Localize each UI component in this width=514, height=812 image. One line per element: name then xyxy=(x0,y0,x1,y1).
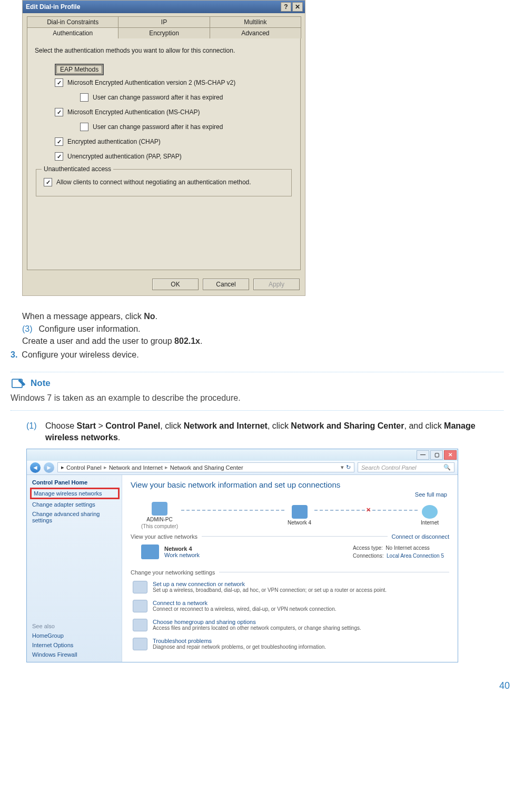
check-label: Unencrypted authentication (PAP, SPAP) xyxy=(67,153,182,160)
tab-ip[interactable]: IP xyxy=(118,16,210,27)
dialog-tabs: Dial-in Constraints IP Multilink Authent… xyxy=(23,13,305,38)
main-heading: View your basic network information and … xyxy=(131,480,449,489)
step-1: (1) Choose Start > Control Panel, click … xyxy=(26,420,503,443)
back-icon[interactable]: ◄ xyxy=(30,462,41,473)
checkbox-icon[interactable]: ✓ xyxy=(55,108,63,116)
checkbox-icon[interactable]: ✓ xyxy=(55,137,63,146)
check-mschapv2[interactable]: ✓ Microsoft Encrypted Authentication ver… xyxy=(33,75,295,90)
sidebar-homegroup[interactable]: HomeGroup xyxy=(32,632,117,639)
dialog-lead-text: Select the authentication methods you wa… xyxy=(33,44,295,64)
instr-create-user: Create a user and add the user to group … xyxy=(22,335,503,347)
item-troubleshoot[interactable]: Troubleshoot problemsDiagnose and repair… xyxy=(131,635,449,653)
close-icon[interactable]: ✕ xyxy=(444,450,457,460)
checkbox-icon[interactable]: ✓ xyxy=(80,93,88,102)
sidebar-adapter[interactable]: Change adapter settings xyxy=(32,501,117,508)
network-type-link[interactable]: Work network xyxy=(164,552,200,558)
note-label: Note xyxy=(31,378,51,389)
note-heading: Note xyxy=(12,378,503,389)
step-num: (1) xyxy=(26,420,45,443)
address-bar: ◄ ► ▸ Control Panel▸ Network and Interne… xyxy=(27,461,458,475)
breadcrumb[interactable]: ▸ Control Panel▸ Network and Internet▸ N… xyxy=(57,462,354,472)
network-map: ADMIN-PC (This computer) Network 4 ✕ Int… xyxy=(141,502,439,529)
check-chap[interactable]: ✓ Encrypted authentication (CHAP) xyxy=(33,134,295,149)
help-icon[interactable]: ? xyxy=(281,2,291,12)
connection-link[interactable]: Local Area Connection 5 xyxy=(387,553,444,559)
refresh-icon[interactable]: ↻ xyxy=(346,464,351,471)
troubleshoot-icon xyxy=(133,638,147,650)
item-connect-network[interactable]: Connect to a networkConnect or reconnect… xyxy=(131,597,449,616)
instr-p3: (3)Configure user information. xyxy=(22,323,503,335)
network-sharing-center-window: — ▢ ✕ ◄ ► ▸ Control Panel▸ Network and I… xyxy=(26,449,458,662)
dialog-body: Select the authentication methods you wa… xyxy=(27,38,301,270)
sidebar-home[interactable]: Control Panel Home xyxy=(32,479,117,486)
item-new-connection[interactable]: Set up a new connection or networkSet up… xyxy=(131,578,449,597)
apply-button[interactable]: Apply xyxy=(253,279,300,290)
minimize-icon[interactable]: — xyxy=(417,450,429,460)
maximize-icon[interactable]: ▢ xyxy=(430,450,443,460)
note-block: Note Windows 7 is taken as an example to… xyxy=(11,372,503,411)
check-pap-spap[interactable]: ✓ Unencrypted authentication (PAP, SPAP) xyxy=(33,149,295,164)
instr-click-no: When a message appears, click No. xyxy=(22,311,503,322)
active-network-row: Network 4 Work network Access type: No I… xyxy=(131,542,449,565)
tab-advanced[interactable]: Advanced xyxy=(210,27,301,38)
sidebar-manage-wireless[interactable]: Manage wireless networks xyxy=(34,490,116,497)
see-full-map-link[interactable]: See full map xyxy=(131,491,447,498)
sidebar: Control Panel Home Manage wireless netwo… xyxy=(27,475,122,662)
disconnected-x-icon: ✕ xyxy=(366,507,371,513)
close-icon[interactable]: ✕ xyxy=(292,2,303,12)
dialog-titlebar: Edit Dial-in Profile ? ✕ xyxy=(23,1,305,13)
search-input[interactable]: Search Control Panel 🔍 xyxy=(358,462,454,472)
tab-encryption[interactable]: Encryption xyxy=(118,27,210,38)
page-number: 40 xyxy=(0,673,514,695)
check-mschap[interactable]: ✓ Microsoft Encrypted Authentication (MS… xyxy=(33,105,295,120)
settings-list: Set up a new connection or networkSet up… xyxy=(131,578,449,653)
check-label: Allow clients to connect without negotia… xyxy=(56,179,251,186)
connect-icon xyxy=(133,600,147,612)
tab-dialin-constraints[interactable]: Dial-in Constraints xyxy=(27,16,118,27)
item-homegroup[interactable]: Choose homegroup and sharing optionsAcce… xyxy=(131,616,449,635)
dialog-title: Edit Dial-in Profile xyxy=(26,3,80,11)
eap-methods-button[interactable]: EAP Methods xyxy=(55,64,104,75)
change-settings-heading: Change your networking settings xyxy=(131,569,449,576)
globe-icon xyxy=(422,505,438,519)
node-this-pc: ADMIN-PC (This computer) xyxy=(141,502,178,529)
note-pencil-icon xyxy=(12,378,26,389)
node-network: Network 4 xyxy=(288,505,311,526)
check-label: User can change password after it has ex… xyxy=(93,94,223,101)
window-controls: — ▢ ✕ xyxy=(27,449,458,461)
checkbox-icon[interactable]: ✓ xyxy=(55,152,63,161)
step-3: 3.Configure your wireless device. xyxy=(11,349,503,361)
wizard-icon xyxy=(133,581,147,593)
check-mschap-changepw[interactable]: ✓ User can change password after it has … xyxy=(33,120,295,134)
connect-disconnect-link[interactable]: Connect or disconnect xyxy=(392,533,449,540)
forward-icon[interactable]: ► xyxy=(44,462,54,473)
checkbox-icon[interactable]: ✓ xyxy=(80,123,88,131)
checkbox-icon[interactable]: ✓ xyxy=(44,178,52,186)
main-panel: View your basic network information and … xyxy=(122,475,458,662)
check-allow-unauth[interactable]: ✓ Allow clients to connect without negot… xyxy=(41,175,287,190)
check-label: Microsoft Encrypted Authentication versi… xyxy=(67,79,235,86)
dialog-buttons: OK Cancel Apply xyxy=(23,274,305,295)
instruction-block: When a message appears, click No. (3)Con… xyxy=(22,311,503,347)
note-text: Windows 7 is taken as an example to desc… xyxy=(11,393,503,403)
sidebar-windows-firewall[interactable]: Windows Firewall xyxy=(32,651,117,658)
tab-authentication[interactable]: Authentication xyxy=(27,27,118,38)
check-label: Microsoft Encrypted Authentication (MS-C… xyxy=(67,108,200,116)
tab-multilink[interactable]: Multilink xyxy=(210,16,301,27)
active-networks-heading: View your active networks Connect or dis… xyxy=(131,533,449,540)
cancel-button[interactable]: Cancel xyxy=(203,279,249,290)
search-icon: 🔍 xyxy=(443,464,451,471)
checkbox-icon[interactable]: ✓ xyxy=(55,78,63,87)
edit-dialin-dialog: Edit Dial-in Profile ? ✕ Dial-in Constra… xyxy=(22,0,305,296)
highlight-manage-wireless: Manage wireless networks xyxy=(30,488,120,499)
step-text: Choose Start > Control Panel, click Netw… xyxy=(45,420,503,443)
check-mschapv2-changepw[interactable]: ✓ User can change password after it has … xyxy=(33,90,295,105)
ok-button[interactable]: OK xyxy=(152,279,199,290)
network-icon xyxy=(141,544,159,559)
check-label: User can change password after it has ex… xyxy=(93,123,223,131)
check-label: Encrypted authentication (CHAP) xyxy=(67,138,161,145)
sidebar-advanced-sharing[interactable]: Change advanced sharing settings xyxy=(32,511,117,523)
sidebar-internet-options[interactable]: Internet Options xyxy=(32,642,117,648)
network-icon xyxy=(292,505,308,519)
homegroup-icon xyxy=(133,619,147,631)
